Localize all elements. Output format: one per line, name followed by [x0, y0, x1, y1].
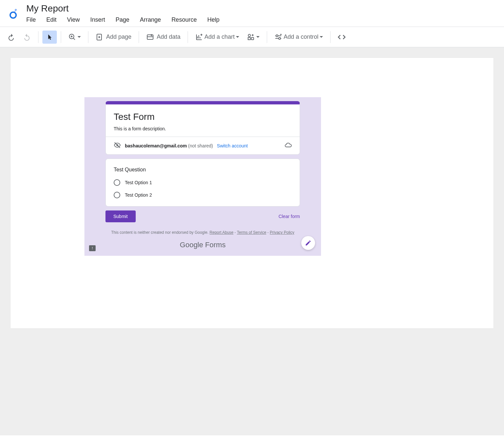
- menu-edit[interactable]: Edit: [46, 16, 57, 23]
- question-card: Test Question Test Option 1 Test Option …: [105, 159, 300, 207]
- form-footer: This content is neither created nor endo…: [84, 230, 321, 235]
- pencil-icon: [305, 240, 311, 246]
- menu-insert[interactable]: Insert: [90, 16, 105, 23]
- feedback-icon[interactable]: !: [89, 245, 96, 251]
- report-abuse-link[interactable]: Report Abuse: [210, 230, 234, 235]
- menu-page[interactable]: Page: [116, 16, 129, 23]
- toolbar-separator: [61, 31, 61, 43]
- undo-button[interactable]: [4, 31, 18, 44]
- form-account-row: bashaucoleman@gmail.com (not shared) Swi…: [106, 137, 300, 154]
- toolbar-separator: [330, 31, 331, 43]
- radio-option-1[interactable]: Test Option 1: [114, 179, 292, 186]
- code-icon: [338, 33, 346, 41]
- form-actions: Submit Clear form: [105, 210, 300, 222]
- form-title: Test Form: [114, 112, 292, 122]
- chevron-down-icon: [78, 36, 81, 38]
- menu-arrange[interactable]: Arrange: [140, 16, 161, 23]
- cloud-icon: [285, 142, 292, 150]
- selection-tool-button[interactable]: [42, 31, 57, 44]
- zoom-button[interactable]: [65, 31, 84, 44]
- privacy-link[interactable]: Privacy Policy: [270, 230, 294, 235]
- add-control-label: Add a control: [284, 33, 318, 40]
- radio-icon: [114, 179, 120, 186]
- switch-account-link[interactable]: Switch account: [217, 143, 248, 148]
- svg-point-22: [276, 35, 278, 37]
- menu-help[interactable]: Help: [207, 16, 219, 23]
- branding-google: Google: [180, 241, 203, 249]
- menu-view[interactable]: View: [67, 16, 80, 23]
- add-page-label: Add page: [106, 33, 131, 40]
- add-chart-label: Add a chart: [204, 33, 235, 40]
- add-control-button[interactable]: Add a control: [271, 31, 326, 44]
- branding-forms: Forms: [203, 241, 225, 249]
- toolbar-separator: [88, 31, 88, 43]
- chart-icon: [195, 33, 203, 41]
- terms-link[interactable]: Terms of Service: [237, 230, 266, 235]
- google-forms-branding: Google Forms: [84, 241, 321, 249]
- svg-rect-17: [251, 37, 254, 40]
- canvas-area: Test Form This is a form description. ba…: [0, 47, 504, 435]
- svg-point-16: [248, 34, 251, 36]
- redo-icon: [23, 33, 31, 41]
- clear-form-button[interactable]: Clear form: [279, 214, 300, 219]
- add-data-button[interactable]: Add data: [143, 31, 184, 44]
- redo-button[interactable]: [20, 31, 34, 44]
- option-label: Test Option 1: [125, 180, 152, 185]
- toolbar-separator: [267, 31, 267, 43]
- menu-file[interactable]: File: [26, 16, 36, 23]
- control-icon: [274, 33, 282, 41]
- account-email: bashaucoleman@gmail.com: [125, 143, 187, 148]
- not-shared-label: (not shared): [188, 143, 213, 148]
- svg-point-23: [279, 37, 281, 39]
- svg-line-3: [73, 38, 75, 40]
- undo-icon: [7, 33, 15, 41]
- add-data-icon: [146, 33, 154, 41]
- community-visualizations-button[interactable]: [244, 31, 263, 44]
- radio-option-2[interactable]: Test Option 2: [114, 192, 292, 198]
- toolbar-separator: [188, 31, 188, 43]
- toolbar: Add page Add data Add a chart Add a cont…: [0, 27, 504, 47]
- radio-icon: [114, 192, 120, 198]
- toolbar-separator: [139, 31, 139, 43]
- submit-button[interactable]: Submit: [105, 210, 136, 222]
- svg-rect-15: [248, 37, 250, 40]
- chevron-down-icon: [236, 36, 239, 38]
- cursor-icon: [46, 33, 54, 41]
- svg-point-0: [10, 12, 16, 18]
- form-description: This is a form description.: [114, 126, 292, 131]
- add-page-button[interactable]: Add page: [92, 31, 135, 44]
- option-label: Test Option 2: [125, 192, 152, 198]
- menu-resource[interactable]: Resource: [172, 16, 197, 23]
- form-header-card: Test Form This is a form description. ba…: [105, 101, 300, 155]
- app-logo-icon: [7, 5, 20, 21]
- add-chart-button[interactable]: Add a chart: [192, 31, 242, 44]
- chevron-down-icon: [256, 36, 260, 38]
- disclaimer-text: This content is neither created nor endo…: [111, 230, 210, 235]
- menu-bar: File Edit View Insert Page Arrange Resou…: [26, 16, 504, 27]
- shapes-icon: [247, 33, 255, 41]
- question-title: Test Question: [114, 167, 292, 173]
- report-title[interactable]: My Report: [26, 3, 504, 14]
- visibility-off-icon: [114, 142, 121, 150]
- chevron-down-icon: [320, 36, 323, 38]
- toolbar-separator: [38, 31, 38, 43]
- zoom-in-icon: [68, 33, 76, 41]
- report-canvas[interactable]: Test Form This is a form description. ba…: [11, 58, 493, 328]
- embedded-form: Test Form This is a form description. ba…: [84, 97, 321, 256]
- app-header: My Report File Edit View Insert Page Arr…: [0, 0, 504, 27]
- add-page-icon: [96, 33, 103, 41]
- edit-form-button[interactable]: [301, 236, 315, 250]
- add-data-label: Add data: [157, 33, 180, 40]
- embed-button[interactable]: [334, 31, 349, 44]
